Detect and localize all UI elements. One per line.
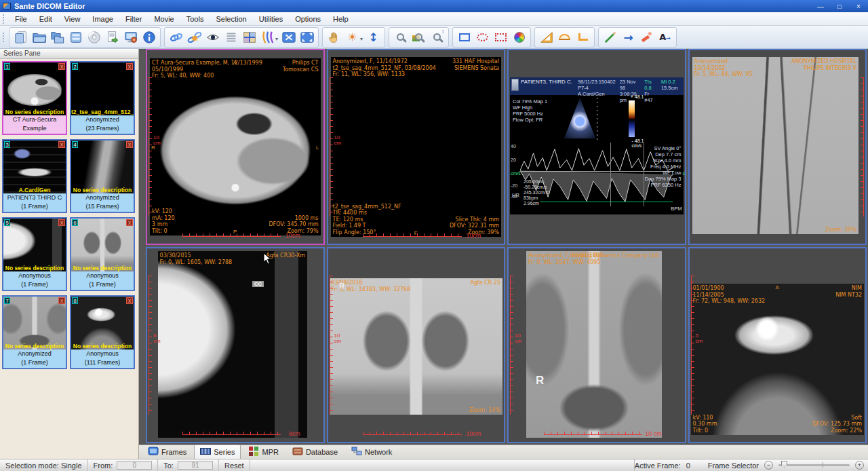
rectangle-select-icon[interactable] (455, 28, 473, 46)
info-icon[interactable] (140, 28, 158, 46)
viewport-dental-ct[interactable]: 01/01/1900 11/14/2005 Fr: 72, WL: 948, W… (688, 247, 867, 443)
reset-button[interactable]: Reset (219, 459, 250, 471)
rectangle-roi-icon[interactable] (492, 28, 510, 46)
thumbnail-image: 8 X No series description (71, 297, 134, 350)
pencil-icon[interactable] (601, 28, 619, 46)
brightness-icon[interactable]: ☀ (343, 28, 361, 46)
thumbnail-series-1[interactable]: 1 X No series description CT Aura-Secura… (2, 61, 67, 135)
toolbar-grip (3, 33, 5, 42)
angle-icon[interactable] (574, 28, 592, 46)
frame-selector-label: Frame Selector (708, 461, 759, 470)
thumbnail-series-6[interactable]: 6 X No series description Anonymous(1 Fr… (70, 217, 135, 291)
text-icon[interactable]: A→ (656, 28, 674, 46)
slider-tick (823, 462, 823, 468)
stack-icon[interactable] (222, 28, 240, 46)
thumbnail-close-icon[interactable]: X (58, 297, 65, 304)
display-settings-icon[interactable] (121, 28, 140, 46)
save-icon[interactable] (66, 28, 85, 46)
thumbnail-close-icon[interactable]: X (126, 63, 133, 70)
tab-frames[interactable]: Frames (142, 445, 193, 459)
protractor-icon[interactable] (555, 28, 574, 46)
viewport-ultrasound-doppler[interactable]: PATIENT3, THIRD C. 98/11/23:150402 P7-4 … (507, 49, 686, 245)
pan-hand-icon[interactable] (325, 28, 343, 46)
vertical-ruler (149, 77, 152, 216)
open-multiple-icon[interactable] (48, 28, 66, 46)
horizontal-ruler-label: 8cm (289, 430, 300, 437)
close-button[interactable]: × (849, 1, 868, 12)
tab-network[interactable]: Network (345, 445, 398, 459)
set-square-ruler-icon[interactable] (537, 28, 555, 46)
zoom-fit-icon[interactable]: ↕ (428, 28, 446, 46)
from-field[interactable]: 0 (117, 461, 152, 470)
maximize-button[interactable]: □ (830, 1, 849, 12)
thumbnail-series-3[interactable]: 3 X A.Card/Gen PATIENT3 THIRD C(1 Frame) (2, 139, 67, 213)
frame-selector-plus-button[interactable]: + (855, 461, 864, 470)
minimize-button[interactable]: — (811, 1, 830, 12)
unlink-icon[interactable] (185, 28, 203, 46)
burn-cd-icon[interactable] (85, 28, 103, 46)
viewport-chest-xray[interactable]: 03/08/2016 Fr: 0, WL: 14383, WW: 32768 A… (327, 247, 506, 443)
tab-database[interactable]: Database (286, 444, 344, 460)
fit-window-icon[interactable] (279, 28, 298, 46)
thumbnail-series-7[interactable]: 7 X No series description Anonymized(1 F… (2, 295, 67, 369)
menu-image[interactable]: Image (86, 14, 119, 24)
viewport-abdomen-xray[interactable]: Anonymized, F, 01/01/1900 Fr: 0, WL: 204… (507, 247, 686, 443)
series-name: Anonymous (3, 271, 66, 280)
tab-mpr[interactable]: MPR (242, 444, 284, 460)
thumbnail-number-badge: 8 (72, 297, 78, 304)
tab-series[interactable]: Series (194, 445, 241, 459)
series-name: Anonymized (3, 350, 66, 358)
thumbnail-close-icon[interactable]: X (58, 219, 65, 226)
viewport-ct-abdomen[interactable]: CT Aura-Secura Example, M, 12/13/1999 05… (146, 49, 325, 245)
zoom-icon[interactable] (391, 28, 410, 46)
slider-thumb[interactable] (781, 461, 787, 468)
frame-selector-minus-button[interactable]: − (764, 461, 773, 470)
thumbnail-close-icon[interactable]: X (126, 297, 133, 304)
menu-edit[interactable]: Edit (33, 14, 58, 24)
zoom-image-icon[interactable] (410, 28, 428, 46)
thumbnail-close-icon[interactable]: X (58, 63, 65, 70)
thumbnail-close-icon[interactable]: X (126, 219, 133, 226)
menu-view[interactable]: View (58, 14, 87, 24)
thumbnail-close-icon[interactable]: X (126, 141, 133, 148)
scroll-frames-icon[interactable]: ↕ (364, 28, 382, 46)
menu-utilities[interactable]: Utilities (253, 14, 289, 24)
layout-quad-icon[interactable] (240, 28, 258, 46)
view-eye-icon[interactable] (203, 28, 222, 46)
viewport-angiogram-legs[interactable]: Anonymized 10/14/2002 Fr: 5, WL: 84, WW:… (688, 49, 867, 245)
menu-help[interactable]: Help (327, 14, 355, 24)
menu-options[interactable]: Options (289, 14, 327, 24)
menu-movie[interactable]: Movie (148, 14, 180, 24)
color-palette-icon[interactable] (510, 28, 528, 46)
menu-selection[interactable]: Selection (210, 14, 252, 24)
viewport-mri-brain[interactable]: Anonymized, F, 11/14/1972 t2_tse_sag_4mm… (327, 49, 506, 245)
vertical-ruler (330, 276, 333, 415)
marker-icon[interactable] (637, 28, 656, 46)
thumbnail-series-8[interactable]: 8 X No series description Anonymous(111 … (70, 295, 135, 369)
thumbnail-series-5[interactable]: 5 X No series description Anonymous(1 Fr… (2, 217, 67, 291)
open-folder-icon[interactable] (30, 28, 48, 46)
ellipse-roi-icon[interactable] (473, 28, 492, 46)
series-name: Anonymized (71, 193, 134, 202)
series-name: Anonymized (71, 115, 134, 124)
thumbnail-series-2[interactable]: 2 X t2_tse_sag_4mm_512_NF Anonymized(23 … (70, 61, 135, 135)
arrow-icon[interactable]: → (619, 28, 637, 46)
viewport-mammogram[interactable]: 03/30/2015 Fr: 0, WL: 1605, WW: 2788 Agf… (146, 247, 325, 443)
paste-icon[interactable] (12, 28, 30, 46)
export-icon[interactable] (103, 28, 121, 46)
horizontal-ruler-label: 10cm (466, 430, 481, 437)
menu-file[interactable]: File (9, 14, 33, 24)
menu-filter[interactable]: Filter (119, 14, 148, 24)
series-tags-icon[interactable] (258, 28, 277, 46)
menu-tools[interactable]: Tools (180, 14, 210, 24)
frame-selector-slider[interactable] (778, 464, 850, 466)
full-screen-icon[interactable] (298, 28, 316, 46)
thumbnail-close-icon[interactable]: X (58, 141, 65, 148)
link-icon[interactable] (167, 28, 185, 46)
thumbnail-series-4[interactable]: 4 X No series description Anonymized(15 … (70, 139, 135, 213)
frames-icon (148, 447, 159, 457)
us-measurements: 205.00ms -50.29cm/s 245.32cm/s² 83bpm 2.… (524, 179, 550, 206)
dicom-overlay-top-right: 331 HAF Hospital SIEMENS Sonata (452, 58, 499, 71)
to-field[interactable]: 91 (178, 461, 213, 470)
horizontal-ruler-label: 10 cm (645, 430, 662, 437)
